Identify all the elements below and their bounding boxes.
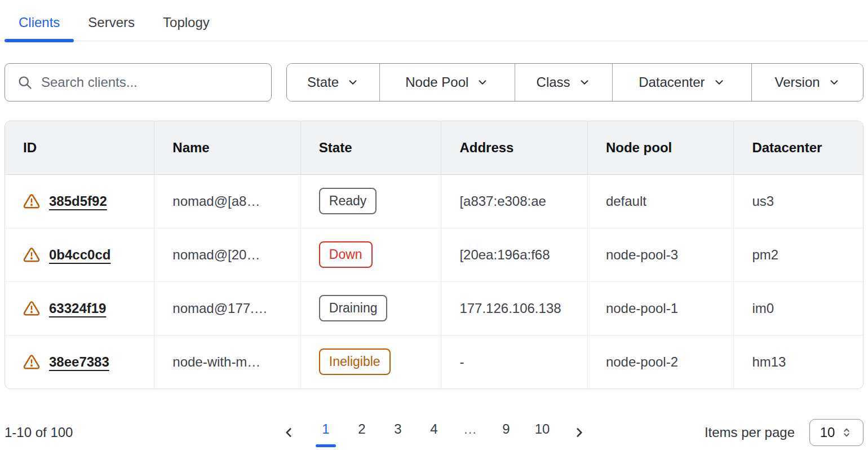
tab-toplogy[interactable]: Toplogy: [149, 8, 224, 41]
chevron-down-icon: [713, 76, 725, 89]
tab-servers-label: Servers: [88, 15, 135, 30]
page-ellipsis: …: [459, 418, 481, 447]
table-row: 63324f19 nomad@177.… Draining 177.126.10…: [5, 281, 863, 335]
page-number-3[interactable]: 3: [387, 418, 409, 447]
previous-page-button[interactable]: [276, 420, 301, 445]
warning-icon: [23, 246, 40, 263]
filter-class-button[interactable]: Class: [515, 64, 613, 101]
warning-icon: [23, 193, 40, 210]
pagination-bar: 1-10 of 100 1 2 3 4 … 9 10 Items per pag…: [5, 415, 863, 450]
filter-version-label: Version: [775, 74, 820, 90]
client-node-pool: default: [587, 174, 734, 228]
client-name: nomad@[20…: [154, 228, 301, 281]
tab-servers[interactable]: Servers: [74, 8, 149, 41]
toolbar: State Node Pool Class Datacenter Version: [5, 63, 863, 102]
client-datacenter: hm13: [734, 335, 863, 389]
clients-table: ID Name State Address Node pool Datacent…: [5, 121, 863, 389]
next-page-button[interactable]: [567, 420, 592, 445]
client-name: nomad@177.…: [154, 281, 301, 335]
client-id-link[interactable]: 385d5f92: [49, 193, 107, 209]
chevron-down-icon: [347, 76, 359, 89]
table-row: 385d5f92 nomad@[a8… Ready [a837:e308:ae …: [5, 174, 863, 228]
table-row: 38ee7383 node-with-m… Ineligible - node-…: [5, 335, 863, 389]
items-per-page-select[interactable]: 10: [809, 419, 863, 446]
page-number-1[interactable]: 1: [315, 418, 337, 447]
filter-group: State Node Pool Class Datacenter Version: [286, 63, 863, 102]
stepper-icon: [840, 426, 853, 439]
state-badge: Ready: [319, 188, 377, 214]
search-clients-input[interactable]: [5, 63, 272, 102]
filter-node-pool-button[interactable]: Node Pool: [380, 64, 515, 101]
items-per-page-value: 10: [820, 425, 835, 440]
client-node-pool: node-pool-1: [587, 281, 734, 335]
client-address: -: [441, 335, 588, 389]
client-id-link[interactable]: 38ee7383: [49, 354, 109, 370]
filter-class-label: Class: [537, 74, 570, 90]
client-name: node-with-m…: [154, 335, 301, 389]
chevron-right-icon: [572, 425, 587, 440]
client-datacenter: im0: [734, 281, 863, 335]
client-address: [a837:e308:ae: [441, 174, 588, 228]
tab-bar: Clients Servers Toplogy: [0, 0, 868, 41]
search-icon: [17, 74, 33, 90]
client-name: nomad@[a8…: [154, 174, 301, 228]
filter-state-button[interactable]: State: [287, 64, 380, 101]
state-badge: Ineligible: [319, 348, 391, 375]
client-datacenter: us3: [734, 174, 863, 228]
column-header-node-pool: Node pool: [587, 121, 734, 174]
warning-icon: [23, 354, 40, 370]
pager: 1 2 3 4 … 9 10: [276, 418, 592, 447]
tab-clients[interactable]: Clients: [5, 8, 74, 41]
filter-datacenter-label: Datacenter: [639, 74, 705, 90]
client-id-link[interactable]: 0b4cc0cd: [49, 247, 110, 263]
items-per-page: Items per page 10: [592, 419, 863, 446]
client-datacenter: pm2: [734, 228, 863, 281]
filter-state-label: State: [307, 74, 339, 90]
state-badge: Draining: [319, 295, 388, 321]
chevron-down-icon: [476, 76, 489, 89]
search-box: [5, 63, 272, 102]
client-address: 177.126.106.138: [441, 281, 588, 335]
page-number-10[interactable]: 10: [531, 418, 553, 447]
table-header-row: ID Name State Address Node pool Datacent…: [5, 121, 863, 174]
chevron-left-icon: [281, 425, 296, 440]
column-header-id: ID: [5, 121, 154, 174]
client-node-pool: node-pool-3: [587, 228, 734, 281]
chevron-down-icon: [828, 76, 840, 89]
client-address: [20ea:196a:f68: [441, 228, 588, 281]
client-node-pool: node-pool-2: [587, 335, 734, 389]
column-header-state: State: [300, 121, 441, 174]
items-per-page-label: Items per page: [705, 425, 795, 440]
client-id-link[interactable]: 63324f19: [49, 301, 106, 316]
state-badge: Down: [319, 241, 373, 268]
tab-clients-label: Clients: [19, 15, 60, 30]
page-number-2[interactable]: 2: [351, 418, 373, 447]
filter-node-pool-label: Node Pool: [405, 74, 468, 90]
warning-icon: [23, 300, 40, 317]
column-header-address: Address: [441, 121, 588, 174]
table-row: 0b4cc0cd nomad@[20… Down [20ea:196a:f68 …: [5, 228, 863, 281]
column-header-datacenter: Datacenter: [734, 121, 863, 174]
tab-toplogy-label: Toplogy: [163, 15, 210, 30]
filter-version-button[interactable]: Version: [752, 64, 863, 101]
page-number-4[interactable]: 4: [423, 418, 445, 447]
chevron-down-icon: [578, 76, 591, 89]
page-number-9[interactable]: 9: [495, 418, 517, 447]
column-header-name: Name: [154, 121, 301, 174]
results-range-label: 1-10 of 100: [5, 425, 276, 440]
filter-datacenter-button[interactable]: Datacenter: [613, 64, 752, 101]
